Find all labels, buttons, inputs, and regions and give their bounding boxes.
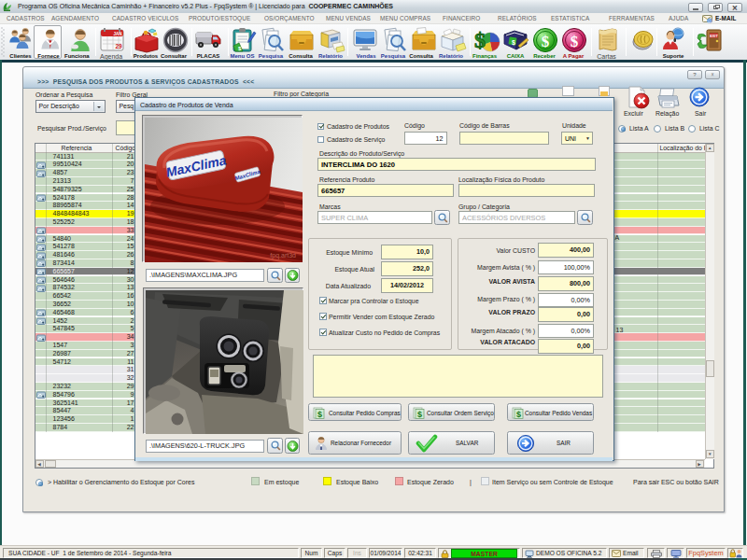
svg-text:$: $ xyxy=(474,28,486,52)
svg-text:$: $ xyxy=(417,410,422,419)
svg-text:$: $ xyxy=(542,33,550,50)
svg-text:@: @ xyxy=(707,18,712,23)
svg-text:JAN: JAN xyxy=(113,32,121,36)
svg-text:EXIT: EXIT xyxy=(710,35,718,38)
svg-text:$: $ xyxy=(516,410,521,419)
svg-text:29: 29 xyxy=(115,43,122,49)
svg-text:$: $ xyxy=(571,33,579,50)
svg-text:$: $ xyxy=(317,410,322,419)
svg-text:$: $ xyxy=(512,39,515,47)
